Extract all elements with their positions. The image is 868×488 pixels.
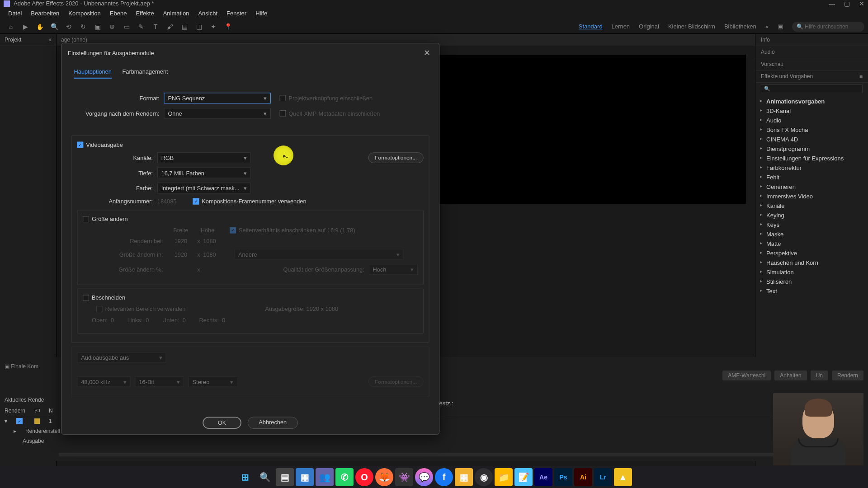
format-dropdown[interactable]: PNG Sequenz (164, 93, 271, 103)
effect-category-item[interactable]: Keying (755, 211, 868, 220)
color-management-tab[interactable]: Farbmanagement (123, 66, 168, 79)
workspace-standard[interactable]: Standard (579, 23, 603, 30)
project-tab[interactable]: Projekt × (0, 34, 56, 46)
rotate-tool-icon[interactable]: ↻ (78, 21, 89, 32)
photoshop-icon[interactable]: Ps (554, 468, 572, 486)
obs-icon[interactable]: ◉ (475, 468, 493, 486)
workspace-bibliotheken[interactable]: Bibliotheken (724, 23, 756, 30)
effect-category-item[interactable]: Matte (755, 239, 868, 249)
puppet-tool-icon[interactable]: 📍 (222, 21, 233, 32)
effect-category-item[interactable]: Keys (755, 220, 868, 230)
effect-category-item[interactable]: Kanäle (755, 201, 868, 211)
menu-komposition[interactable]: Komposition (64, 8, 105, 19)
render-settings-row[interactable]: Rendereinstell (25, 428, 60, 434)
depth-dropdown[interactable]: 16,7 Mill. Farben (157, 168, 251, 178)
pause-button[interactable]: Anhalten (774, 371, 807, 380)
stop-button[interactable]: Un (811, 371, 828, 380)
output-module-row[interactable]: Ausgabe (23, 438, 44, 444)
shape-tool-icon[interactable]: ▭ (121, 21, 132, 32)
effect-category-item[interactable]: Perspektive (755, 249, 868, 258)
workspace-kleiner[interactable]: Kleiner Bildschirm (668, 23, 715, 30)
opera-icon[interactable]: O (355, 468, 373, 486)
brush-tool-icon[interactable]: 🖌 (165, 21, 175, 32)
close-dialog-icon[interactable]: ✕ (421, 48, 433, 58)
effect-category-item[interactable]: 3D-Kanal (755, 106, 868, 116)
comp-frame-checkbox[interactable] (193, 198, 199, 204)
menu-bearbeiten[interactable]: Bearbeiten (26, 8, 64, 19)
messenger-icon[interactable]: 💬 (415, 468, 433, 486)
audio-panel[interactable]: Audio (755, 46, 868, 58)
eraser-tool-icon[interactable]: ◫ (193, 21, 204, 32)
menu-effekte[interactable]: Effekte (131, 8, 158, 19)
explorer-icon[interactable]: ▦ (296, 468, 314, 486)
channels-dropdown[interactable]: RGB (157, 152, 251, 163)
expand-icon[interactable]: ▾ (5, 418, 7, 424)
menu-animation[interactable]: Animation (159, 8, 194, 19)
workspace-more-icon[interactable]: » (765, 23, 769, 30)
effect-category-item[interactable]: CINEMA 4D (755, 135, 868, 144)
lightroom-icon[interactable]: Lr (594, 468, 612, 486)
close-tab-icon[interactable]: × (48, 37, 52, 43)
firefox-icon[interactable]: 🦊 (375, 468, 393, 486)
roto-tool-icon[interactable]: ✦ (208, 21, 219, 32)
menu-ansicht[interactable]: Ansicht (193, 8, 222, 19)
anchor-tool-icon[interactable]: ⊕ (107, 21, 118, 32)
menu-ebene[interactable]: Ebene (105, 8, 132, 19)
workspace-original[interactable]: Original (639, 23, 659, 30)
effect-category-item[interactable]: Boris FX Mocha (755, 125, 868, 135)
cancel-button[interactable]: Abbrechen (248, 417, 298, 429)
main-options-tab[interactable]: Hauptoptionen (74, 66, 112, 79)
help-search-input[interactable]: 🔍 Hilfe durchsuchen (792, 22, 864, 32)
pen-tool-icon[interactable]: ✎ (136, 21, 146, 32)
effect-category-item[interactable]: Fehlt (755, 173, 868, 182)
app-icon[interactable]: ▦ (455, 468, 473, 486)
preview-panel[interactable]: Vorschau (755, 58, 868, 70)
video-output-checkbox[interactable] (77, 141, 83, 148)
effect-category-item[interactable]: Animationsvorgaben (755, 97, 868, 106)
windows-start-icon[interactable]: ⊞ (236, 468, 254, 486)
close-window-icon[interactable]: ✕ (859, 0, 864, 7)
panel-menu-icon[interactable]: ≡ (859, 73, 863, 80)
maximize-icon[interactable]: ▢ (844, 0, 850, 7)
effect-category-item[interactable]: Immersives Video (755, 192, 868, 201)
selection-tool-icon[interactable]: ▶ (20, 21, 31, 32)
effect-category-item[interactable]: Dienstprogramm (755, 144, 868, 154)
expand-icon[interactable]: ▸ (14, 428, 16, 434)
file-explorer-icon[interactable]: 📁 (495, 468, 513, 486)
ok-button[interactable]: OK (203, 417, 241, 429)
menu-fenster[interactable]: Fenster (222, 8, 251, 19)
home-icon[interactable]: ⌂ (5, 21, 16, 32)
effects-presets-panel[interactable]: Effekte und Vorgaben≡ (755, 70, 868, 83)
task-view-icon[interactable]: ▤ (276, 468, 294, 486)
hand-tool-icon[interactable]: ✋ (34, 21, 45, 32)
effect-category-item[interactable]: Rauschen und Korn (755, 258, 868, 267)
ame-queue-button[interactable]: AME-Warteschl (722, 371, 771, 380)
effect-category-item[interactable]: Maske (755, 230, 868, 239)
snap-icon[interactable]: ▣ (778, 23, 783, 30)
info-panel[interactable]: Info (755, 34, 868, 46)
app-icon[interactable]: 👾 (395, 468, 413, 486)
render-item-checkbox[interactable] (16, 418, 23, 424)
format-options-button[interactable]: Formatoptionen... (368, 152, 424, 163)
workspace-lernen[interactable]: Lernen (612, 23, 630, 30)
app-icon[interactable]: ▲ (614, 468, 632, 486)
camera-tool-icon[interactable]: ▣ (92, 21, 103, 32)
menu-datei[interactable]: Datei (4, 8, 26, 19)
menu-hilfe[interactable]: Hilfe (251, 8, 272, 19)
effect-category-item[interactable]: Simulation (755, 267, 868, 277)
teams-icon[interactable]: 👥 (316, 468, 334, 486)
effect-category-item[interactable]: Einstellungen für Expressions (755, 154, 868, 163)
minimize-icon[interactable]: — (829, 0, 835, 7)
zoom-tool-icon[interactable]: 🔍 (49, 21, 60, 32)
illustrator-icon[interactable]: Ai (574, 468, 592, 486)
render-button[interactable]: Rendern (832, 371, 863, 380)
effect-category-item[interactable]: Stilisieren (755, 277, 868, 286)
orbit-tool-icon[interactable]: ⟲ (63, 21, 74, 32)
facebook-icon[interactable]: f (435, 468, 453, 486)
effect-category-item[interactable]: Generieren (755, 182, 868, 192)
effects-search-input[interactable]: 🔍 (761, 84, 863, 93)
clone-tool-icon[interactable]: ▤ (179, 21, 190, 32)
whatsapp-icon[interactable]: ✆ (335, 468, 354, 486)
effect-category-item[interactable]: Audio (755, 116, 868, 125)
after-effects-icon[interactable]: Ae (534, 468, 552, 486)
